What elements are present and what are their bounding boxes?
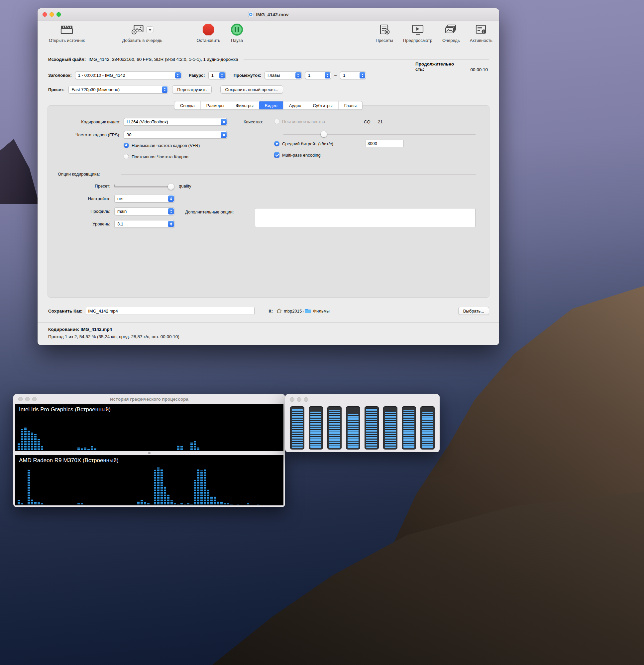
amd-gpu-title: AMD Radeon R9 M370X (Встроенный)	[19, 457, 119, 464]
cfr-radio[interactable]: Постоянная Частота Кадров	[124, 154, 189, 159]
cpu-core-meter	[383, 406, 397, 450]
quality-slider[interactable]	[284, 134, 475, 135]
stepper-icon	[175, 72, 181, 78]
toolbar: Открыть источник Добавить в очередь Оста…	[38, 21, 499, 48]
save-new-preset-button[interactable]: Сохранить новый пресет...	[220, 86, 284, 93]
handbrake-window: IMG_4142.mov Открыть источник Добавить в…	[38, 8, 499, 345]
cpu-meters-window	[285, 394, 440, 452]
titlebar[interactable]: История графического процессора	[13, 394, 285, 404]
pause-icon	[231, 23, 243, 36]
vfr-label: Наивысшая частота кадров (VFR)	[132, 143, 200, 148]
titlebar[interactable]: IMG_4142.mov	[38, 8, 499, 21]
extra-options-input[interactable]	[255, 208, 475, 227]
tab-chapters[interactable]: Главы	[338, 101, 362, 109]
slider-tick	[114, 185, 115, 187]
preset-slider[interactable]	[114, 186, 172, 188]
add-to-queue-button[interactable]: Добавить в очередь	[122, 23, 162, 43]
preset-popup[interactable]: Fast 720p30 (Изменено)	[69, 86, 168, 93]
tab-dimensions[interactable]: Размеры	[200, 101, 230, 109]
angle-popup[interactable]: 1	[208, 72, 226, 79]
location-folder[interactable]: Фильмы	[313, 308, 330, 314]
multipass-checkbox[interactable]: Multi-pass encoding	[274, 152, 321, 158]
reload-preset-button[interactable]: Перезагрузить	[172, 86, 211, 93]
window-title: IMG_4142.mov	[256, 12, 289, 17]
range-end-popup[interactable]: 1	[340, 72, 366, 79]
pause-label: Пауза	[231, 38, 243, 43]
quality-label: Качество:	[243, 119, 263, 125]
traffic-lights	[290, 397, 308, 402]
pause-button[interactable]: Пауза	[231, 23, 243, 43]
preset-slider-knob[interactable]	[168, 184, 174, 190]
browse-button[interactable]: Выбрать...	[458, 307, 489, 315]
cpu-core-meter	[365, 406, 379, 450]
divider	[38, 322, 499, 323]
framerate-value: 30	[126, 132, 131, 137]
panel-splitter[interactable]	[15, 451, 284, 455]
filename-input[interactable]	[86, 307, 255, 315]
activity-button[interactable]: Активность	[470, 23, 492, 43]
divider	[243, 59, 489, 60]
add-queue-label: Добавить в очередь	[122, 38, 162, 43]
close-button[interactable]	[18, 397, 23, 401]
bitrate-input[interactable]	[365, 140, 404, 147]
range-type-popup[interactable]: Главы	[265, 72, 302, 79]
cq-abbr: CQ	[364, 119, 371, 125]
preview-button[interactable]: Предпросмотр	[403, 23, 432, 43]
encoder-popup[interactable]: H.264 (VideoToolbox)	[124, 118, 227, 126]
clapperboard-icon	[60, 24, 74, 35]
video-tab-panel: Кодировщик видео: H.264 (VideoToolbox) К…	[47, 106, 489, 298]
encoder-options-label: Опции кодировщика:	[58, 172, 100, 176]
level-popup[interactable]: 3.1	[114, 220, 174, 228]
quality-slider-knob[interactable]	[321, 131, 327, 137]
zoom-button[interactable]	[32, 397, 37, 401]
traffic-lights	[42, 12, 61, 17]
amd-gpu-panel: AMD Radeon R9 M370X (Встроенный)	[15, 455, 284, 506]
tune-popup[interactable]: нет	[114, 195, 174, 203]
window-title: История графического процессора	[110, 397, 189, 402]
title-popup[interactable]: 1 - 00:00:10 - IMG_4142	[75, 72, 181, 79]
close-button[interactable]	[42, 12, 47, 17]
constant-quality-radio[interactable]: Постоянное качество	[274, 119, 325, 124]
intel-gpu-chart	[18, 414, 281, 450]
queue-button[interactable]: Очередь	[442, 23, 460, 43]
chevron-right-icon: ›	[303, 308, 304, 314]
save-as-label: Сохранить Как:	[48, 308, 82, 314]
minimize-button[interactable]	[25, 397, 30, 401]
close-button[interactable]	[290, 397, 294, 402]
tab-subtitles[interactable]: Субтитры	[307, 101, 338, 109]
profile-popup[interactable]: main	[114, 208, 174, 215]
tab-audio[interactable]: Аудио	[283, 101, 307, 109]
tab-summary[interactable]: Сводка	[174, 101, 200, 109]
presets-button[interactable]: Пресеты	[376, 23, 393, 43]
add-queue-dropdown-button[interactable]	[147, 26, 154, 33]
stop-button[interactable]: Остановить	[197, 23, 220, 43]
stepper-icon	[295, 72, 301, 78]
intel-gpu-panel: Intel Iris Pro Graphics (Встроенный)	[15, 404, 284, 451]
framerate-label: Частота кадров (FPS):	[48, 132, 120, 137]
minimize-button[interactable]	[297, 397, 301, 402]
stepper-icon	[162, 87, 168, 93]
tab-video[interactable]: Видео	[259, 101, 284, 110]
avg-bitrate-radio[interactable]: Средний битрейт (кбит/с)	[274, 141, 333, 146]
tab-filters[interactable]: Фильтры	[230, 101, 259, 109]
extra-options-label: Дополнительные опции:	[185, 209, 234, 214]
open-source-button[interactable]: Открыть источник	[49, 23, 85, 43]
minimize-button[interactable]	[50, 12, 54, 17]
radio-icon	[124, 154, 129, 159]
location-home[interactable]: mbp2015	[284, 308, 302, 314]
queue-label: Очередь	[442, 38, 460, 43]
zoom-button[interactable]	[57, 12, 61, 17]
title-row: Заголовок: 1 - 00:00:10 - IMG_4142 Ракур…	[48, 72, 366, 79]
activity-label: Активность	[470, 38, 492, 43]
encoder-value: H.264 (VideoToolbox)	[126, 119, 168, 125]
source-row: Исходный файл: IMG_4142, 3840x2160, 60 F…	[48, 57, 489, 62]
range-start-popup[interactable]: 1	[305, 72, 331, 79]
wallpaper-cliff	[0, 139, 39, 204]
zoom-button[interactable]	[304, 397, 308, 402]
duration-block: Продолжительность: 00:00:10	[415, 61, 488, 72]
framerate-popup[interactable]: 30	[124, 131, 227, 139]
cpu-core-meter	[402, 406, 416, 450]
multipass-label: Multi-pass encoding	[282, 153, 321, 158]
cpu-core-meter	[421, 406, 435, 450]
vfr-radio[interactable]: Наивысшая частота кадров (VFR)	[124, 142, 200, 148]
